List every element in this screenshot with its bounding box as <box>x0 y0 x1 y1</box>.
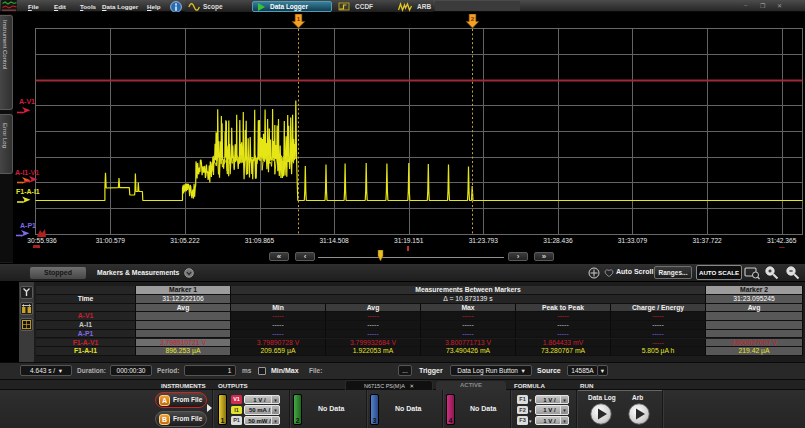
svg-text:A-V1: A-V1 <box>19 98 35 105</box>
svg-text:31:33.079: 31:33.079 <box>618 237 648 244</box>
svg-text:31:23.793: 31:23.793 <box>469 237 499 244</box>
svg-text:31:37.722: 31:37.722 <box>692 237 722 244</box>
svg-text:31:09.865: 31:09.865 <box>245 237 275 244</box>
svg-text:31:19.151: 31:19.151 <box>394 237 424 244</box>
svg-text:31:00.579: 31:00.579 <box>96 237 126 244</box>
svg-text:31:14.508: 31:14.508 <box>319 237 349 244</box>
svg-text:A-I1-V1: A-I1-V1 <box>15 169 39 176</box>
svg-text:A-P1: A-P1 <box>20 222 36 229</box>
svg-text:31:28.436: 31:28.436 <box>543 237 573 244</box>
svg-text:31:05.222: 31:05.222 <box>170 237 200 244</box>
svg-text:2: 2 <box>471 15 475 22</box>
svg-text:30:55.936: 30:55.936 <box>27 237 57 244</box>
svg-text:31:42.365: 31:42.365 <box>767 237 797 244</box>
svg-text:F1-A-I1: F1-A-I1 <box>16 188 40 195</box>
svg-text:1: 1 <box>297 15 301 22</box>
